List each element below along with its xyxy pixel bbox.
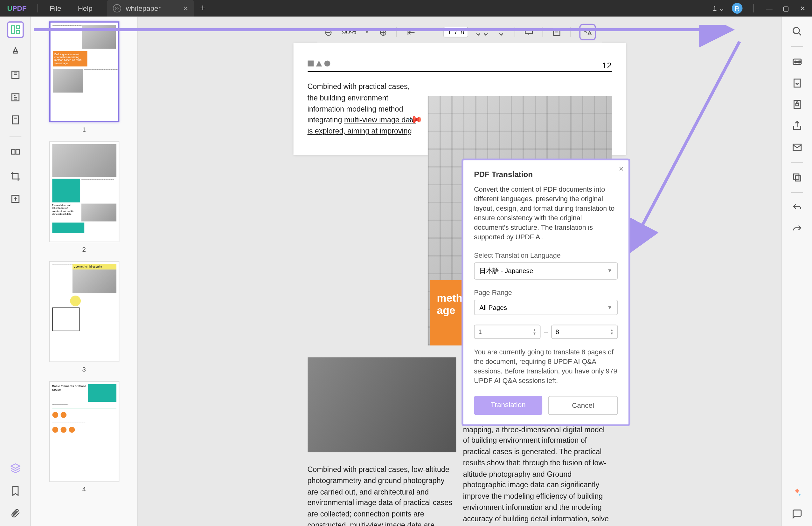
thumbnail-page-3[interactable]: ▪▪▪▪▪▪▪▪▪▪▪▪▪▪▪▪▪▪▪▪▪▪▪▪▪▪▪▪▪▪▪▪▪▪▪▪Geom…	[49, 261, 119, 362]
page-range-label: Page Range	[474, 289, 618, 296]
last-page-button[interactable]: ⌄	[495, 27, 506, 37]
svg-rect-7	[16, 150, 19, 154]
dialog-note: You are currently going to translate 8 p…	[474, 347, 618, 385]
pdf-page: 12 Combined with practical cases, the bu…	[293, 43, 626, 155]
page-number: 12	[603, 60, 612, 70]
bookmark-tool[interactable]	[7, 482, 23, 499]
protect-tool[interactable]	[791, 98, 803, 111]
page-range-select[interactable]: All Pages▼	[474, 299, 618, 315]
page-text-col3: Combined with practical cases, low-altit…	[307, 464, 456, 526]
page-image-laptop	[307, 357, 456, 452]
app-logo: UPDF	[0, 4, 34, 12]
share-tool[interactable]	[791, 119, 803, 132]
ai-tool[interactable]	[791, 486, 803, 499]
dialog-close-button[interactable]: ×	[619, 164, 624, 173]
tab-icon: ⊘	[113, 4, 121, 12]
page-input[interactable]: 1 / 8	[444, 27, 468, 37]
thumbnail-label-1: 1	[31, 126, 137, 133]
thumbnail-label-4: 4	[31, 486, 137, 493]
language-label: Select Translation Language	[474, 251, 618, 258]
batch-tool[interactable]	[791, 171, 803, 184]
thumbnail-label-3: 3	[31, 365, 137, 373]
page-decoration-shapes	[307, 60, 611, 66]
menu-help[interactable]: Help	[70, 4, 101, 12]
svg-rect-18	[796, 104, 798, 106]
zoom-out-button[interactable]: ⊖	[323, 27, 334, 37]
svg-rect-5	[12, 116, 18, 124]
translate-button[interactable]	[579, 24, 596, 40]
right-toolbar: OCR	[781, 16, 812, 526]
page-tool[interactable]	[7, 111, 23, 128]
first-page-button[interactable]: ⇤	[406, 27, 416, 37]
highlighter-tool[interactable]	[7, 44, 23, 60]
window-count[interactable]: 1 ⌄	[713, 4, 725, 12]
maximize-button[interactable]: ▢	[781, 4, 791, 12]
svg-rect-21	[795, 176, 800, 181]
dialog-title: PDF Translation	[474, 170, 618, 179]
layers-tool[interactable]	[7, 460, 23, 477]
svg-text:OCR: OCR	[794, 60, 801, 63]
svg-rect-20	[793, 174, 799, 179]
search-tool[interactable]	[791, 25, 803, 38]
range-from-input[interactable]: 1▲▼	[474, 325, 540, 339]
email-tool[interactable]	[791, 141, 803, 154]
document-viewport[interactable]: ⊖ 90% ▼ ⊕ ⇤ ⌃ 1 / 8 ⌄⌄ ⌄ 12 Comb	[138, 16, 781, 526]
zoom-in-button[interactable]: ⊕	[378, 27, 388, 37]
svg-line-12	[629, 42, 739, 251]
minimize-button[interactable]: —	[765, 5, 774, 12]
view-toolbar: ⊖ 90% ▼ ⊕ ⇤ ⌃ 1 / 8 ⌄⌄ ⌄	[317, 21, 602, 43]
language-select[interactable]: 日本語 - Japanese▼	[474, 262, 618, 280]
close-button[interactable]: ✕	[798, 4, 807, 12]
comment-tool[interactable]	[791, 508, 803, 521]
document-tab[interactable]: ⊘ whitepaper ×	[107, 0, 194, 16]
svg-rect-6	[11, 150, 15, 154]
form-tool[interactable]	[7, 89, 23, 106]
thumbnails-panel: ▪▪▪▪▪▪▪▪▪▪▪▪▪▪▪▪▪▪▪▪▪▪▪▪▪▪▪▪▪▪▪▪▪▪▪▪▪▪▪▪…	[31, 16, 138, 526]
compress-tool[interactable]	[7, 190, 23, 207]
thumbnail-label-2: 2	[31, 246, 137, 253]
titlebar: UPDF File Help ⊘ whitepaper × + 1 ⌄ R — …	[0, 0, 812, 16]
translate-submit-button[interactable]: Translation	[474, 396, 542, 415]
user-avatar[interactable]: R	[732, 3, 743, 14]
new-tab-button[interactable]: +	[194, 3, 212, 14]
zoom-level[interactable]: 90%	[342, 28, 356, 36]
left-toolbar	[0, 16, 31, 526]
next-page-button[interactable]: ⌄⌄	[476, 27, 487, 37]
chevron-down-icon: ▼	[607, 304, 612, 310]
undo-tool[interactable]	[791, 201, 803, 214]
cancel-button[interactable]: Cancel	[548, 396, 618, 415]
svg-rect-16	[794, 79, 800, 87]
prev-page-button[interactable]: ⌃	[425, 27, 435, 37]
translation-dialog: × PDF Translation Convert the content of…	[462, 159, 630, 426]
thumbnail-page-4[interactable]: Basic Elements of Plane Space ▪▪▪▪▪▪▪▪▪▪…	[49, 381, 119, 482]
svg-rect-0	[11, 26, 14, 34]
chevron-down-icon: ▼	[607, 268, 612, 274]
edit-tool[interactable]	[7, 66, 23, 83]
ocr-tool[interactable]: OCR	[791, 55, 803, 68]
svg-rect-1	[16, 26, 19, 29]
presentation-button[interactable]	[523, 27, 534, 37]
svg-rect-2	[16, 31, 19, 34]
dialog-description: Convert the content of PDF documents int…	[474, 185, 618, 242]
tab-close-icon[interactable]: ×	[183, 3, 188, 13]
organize-tool[interactable]	[7, 146, 23, 162]
thumbnails-tool[interactable]	[7, 21, 23, 38]
thumbnail-page-1[interactable]: ▪▪▪▪▪▪▪▪▪▪▪▪▪▪▪▪▪▪▪▪▪▪▪▪▪▪▪▪▪▪▪▪▪▪▪▪▪▪▪▪…	[49, 21, 119, 122]
zoom-dropdown-icon[interactable]: ▼	[364, 29, 369, 35]
range-to-input[interactable]: 8▲▼	[551, 325, 618, 339]
svg-point-13	[793, 27, 799, 34]
crop-tool[interactable]	[7, 168, 23, 185]
read-mode-button[interactable]	[551, 27, 562, 37]
redo-tool[interactable]	[791, 223, 803, 236]
range-separator: –	[544, 328, 548, 335]
svg-rect-9	[525, 29, 532, 34]
attachment-tool[interactable]	[7, 505, 23, 522]
menu-file[interactable]: File	[41, 4, 69, 12]
page-text-col1: Combined with practical cases, the build…	[307, 81, 420, 137]
thumbnail-page-2[interactable]: ▪▪▪▪▪▪▪▪▪▪▪▪▪▪▪▪▪▪▪▪▪▪▪▪▪▪▪▪▪▪▪▪▪▪▪▪▪▪▪▪…	[49, 141, 119, 242]
convert-tool[interactable]	[791, 77, 803, 90]
tab-title: whitepaper	[126, 4, 161, 12]
